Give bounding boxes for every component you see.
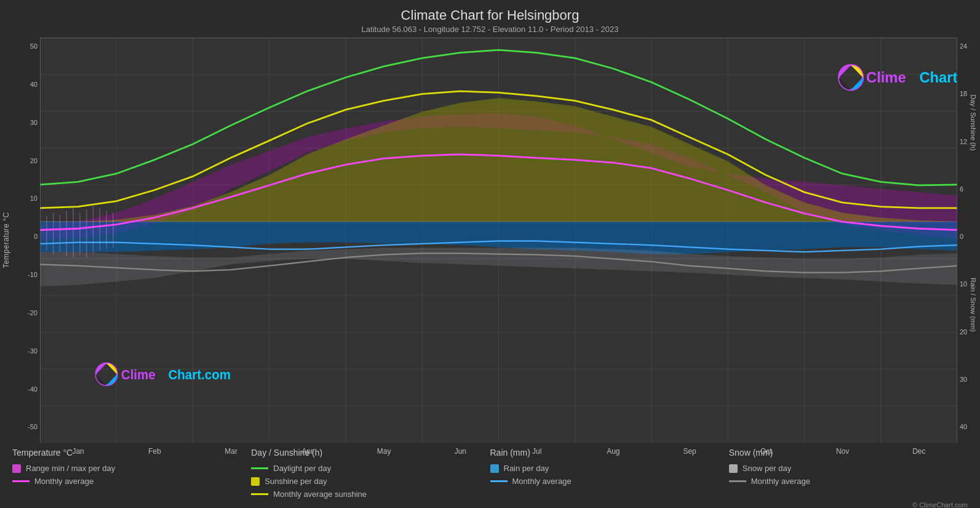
svg-text:Chart.com: Chart.com xyxy=(169,367,231,381)
legend-item-rain-box: Rain per day xyxy=(490,464,729,473)
legend-label-range: Range min / max per day xyxy=(26,464,115,473)
x-label-nov: Nov xyxy=(805,447,881,456)
legend-label-snow: Snow per day xyxy=(743,464,792,473)
y-left-m40: -40 xyxy=(28,385,38,393)
chart-header: Climate Chart for Helsingborg Latitude 5… xyxy=(0,0,980,36)
legend-box-sunshine xyxy=(251,477,260,486)
legend-label-monthly-avg-rain: Monthly average xyxy=(512,477,572,486)
copyright: © ClimeChart.com xyxy=(0,501,980,508)
legend-line-avg-sunshine xyxy=(251,493,268,495)
legend-box-range xyxy=(12,464,21,473)
x-label-jan: Jan xyxy=(40,447,116,456)
legend-label-monthly-avg-temp: Monthly average xyxy=(34,477,94,486)
svg-text:Clime: Clime xyxy=(121,367,156,381)
right-axis-title-top: Day / Sunshine (h) xyxy=(970,94,977,150)
legend-box-rain xyxy=(490,464,499,473)
y-left-10: 10 xyxy=(30,195,38,202)
legend-item-monthly-avg-rain: Monthly average xyxy=(490,477,729,486)
x-label-jun: Jun xyxy=(422,447,498,456)
y-left-30: 30 xyxy=(30,119,38,126)
legend-label-monthly-avg-snow: Monthly average xyxy=(751,477,810,486)
chart-svg: Clime Chart.com Clime Chart.com xyxy=(40,38,957,443)
legend-line-monthly-avg-rain xyxy=(490,480,508,482)
y-left-20: 20 xyxy=(30,157,38,164)
legend-label-daylight: Daylight per day xyxy=(273,464,331,473)
chart-subtitle: Latitude 56.063 - Longitude 12.752 - Ele… xyxy=(0,25,980,34)
svg-text:Clime: Clime xyxy=(866,68,906,85)
y-right-6: 6 xyxy=(960,185,963,193)
legend-item-monthly-avg-temp: Monthly average xyxy=(12,477,251,486)
x-label-dec: Dec xyxy=(881,447,957,456)
y-left-m30: -30 xyxy=(28,347,38,355)
x-label-jul: Jul xyxy=(499,447,575,456)
x-label-sep: Sep xyxy=(651,447,728,456)
legend-line-daylight xyxy=(251,467,268,469)
chart-title: Climate Chart for Helsingborg xyxy=(0,7,980,23)
legend-item-monthly-avg-snow: Monthly average xyxy=(729,477,968,486)
chart-container: Climate Chart for Helsingborg Latitude 5… xyxy=(0,0,980,508)
legend-label-avg-sunshine: Monthly average sunshine xyxy=(273,490,367,499)
legend-label-sunshine: Sunshine per day xyxy=(265,477,327,486)
legend-box-snow xyxy=(729,464,738,473)
x-label-aug: Aug xyxy=(575,447,651,456)
left-axis-title: Temperature °C xyxy=(2,212,10,268)
y-right-0: 0 xyxy=(960,233,963,240)
legend-item-range: Range min / max per day xyxy=(12,464,251,473)
y-left-40: 40 xyxy=(30,81,38,88)
y-left-m50: -50 xyxy=(28,423,38,430)
legend-line-monthly-avg-snow xyxy=(729,480,746,482)
y-left-0: 0 xyxy=(34,233,38,240)
y-left-50: 50 xyxy=(30,42,38,50)
x-label-may: May xyxy=(346,447,422,456)
right-axis-title-bottom: Rain / Snow (mm) xyxy=(970,278,977,332)
legend-item-daylight: Daylight per day xyxy=(251,464,490,473)
legend-label-rain: Rain per day xyxy=(504,464,549,473)
legend-line-monthly-avg-temp xyxy=(12,480,30,482)
legend-item-snow-box: Snow per day xyxy=(729,464,968,473)
x-label-apr: Apr xyxy=(269,447,346,456)
legend-item-sunshine-box: Sunshine per day xyxy=(251,477,490,486)
x-label-oct: Oct xyxy=(728,447,804,456)
x-label-feb: Feb xyxy=(116,447,193,456)
y-left-m20: -20 xyxy=(28,309,38,316)
x-label-mar: Mar xyxy=(193,447,269,456)
legend-item-avg-sunshine: Monthly average sunshine xyxy=(251,490,490,499)
svg-text:Chart.com: Chart.com xyxy=(919,68,957,85)
y-left-m10: -10 xyxy=(28,271,38,278)
